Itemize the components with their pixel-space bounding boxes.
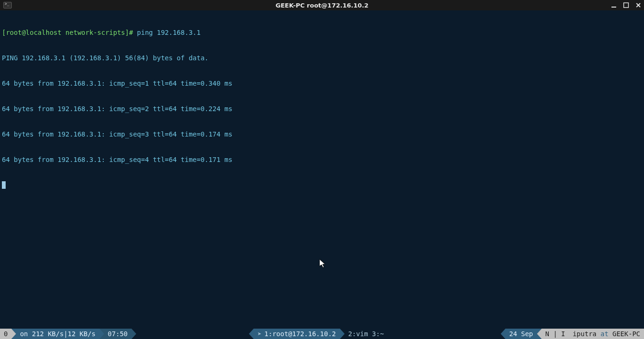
status-mode: N | I: [542, 329, 569, 339]
separator-icon: [340, 329, 345, 339]
window-title: GEEK-PC root@172.16.10.2: [0, 2, 644, 9]
status-date: 24 Sep: [505, 329, 537, 339]
cursor-line: [2, 181, 642, 189]
status-net-label: on 212 KB/s|12 KB/s: [20, 329, 95, 339]
status-spacer-left: [136, 329, 249, 339]
status-mode-label: N | I: [545, 329, 565, 339]
status-at: at: [601, 329, 609, 339]
window-controls: [610, 0, 642, 10]
close-button[interactable]: [635, 1, 642, 9]
shell-command: ping 192.168.3.1: [133, 29, 200, 36]
status-other-windows-label: 2:vim 3:~: [348, 329, 384, 339]
status-user: iputra: [573, 329, 597, 339]
output-line: PING 192.168.3.1 (192.168.3.1) 56(84) by…: [2, 54, 642, 62]
output-line: 64 bytes from 192.168.3.1: icmp_seq=1 tt…: [2, 79, 642, 88]
output-line: 64 bytes from 192.168.3.1: icmp_seq=3 tt…: [2, 130, 642, 138]
output-line: 64 bytes from 192.168.3.1: icmp_seq=4 tt…: [2, 155, 642, 164]
status-active-window[interactable]: ➤ 1:root@172.16.10.2: [254, 329, 339, 339]
status-host: iputra at GEEK-PC: [569, 329, 644, 339]
separator-icon: [249, 329, 254, 339]
minimize-button[interactable]: [610, 1, 618, 9]
separator-icon: [132, 329, 136, 339]
shell-prompt: [root@localhost network-scripts]#: [2, 29, 133, 36]
window-titlebar: GEEK-PC root@172.16.10.2: [0, 0, 644, 10]
maximize-button[interactable]: [622, 1, 630, 9]
status-spacer-right: [388, 329, 501, 339]
separator-icon: [501, 329, 505, 339]
status-other-windows[interactable]: 2:vim 3:~: [345, 329, 388, 339]
svg-rect-0: [611, 7, 616, 8]
tmux-statusbar: 0 on 212 KB/s|12 KB/s 07:50 ➤ 1:root@172…: [0, 329, 644, 339]
status-time-label: 07:50: [108, 329, 128, 339]
output-line: 64 bytes from 192.168.3.1: icmp_seq=2 tt…: [2, 105, 642, 113]
terminal-icon: [3, 2, 12, 8]
status-session-label: 0: [4, 329, 8, 339]
status-hostname: GEEK-PC: [612, 329, 640, 339]
play-icon: ➤: [257, 329, 261, 339]
terminal-cursor: [2, 181, 6, 189]
separator-icon: [537, 329, 542, 339]
status-active-window-label: 1:root@172.16.10.2: [264, 329, 336, 339]
status-time: 07:50: [104, 329, 132, 339]
separator-icon: [99, 329, 104, 339]
separator-icon: [11, 329, 16, 339]
status-session[interactable]: 0: [0, 329, 11, 339]
status-net: on 212 KB/s|12 KB/s: [16, 329, 99, 339]
prompt-line: [root@localhost network-scripts]# ping 1…: [2, 28, 642, 37]
svg-rect-1: [624, 3, 628, 8]
app-icon: [0, 0, 15, 10]
status-date-label: 24 Sep: [509, 329, 533, 339]
terminal-viewport[interactable]: [root@localhost network-scripts]# ping 1…: [0, 10, 644, 329]
